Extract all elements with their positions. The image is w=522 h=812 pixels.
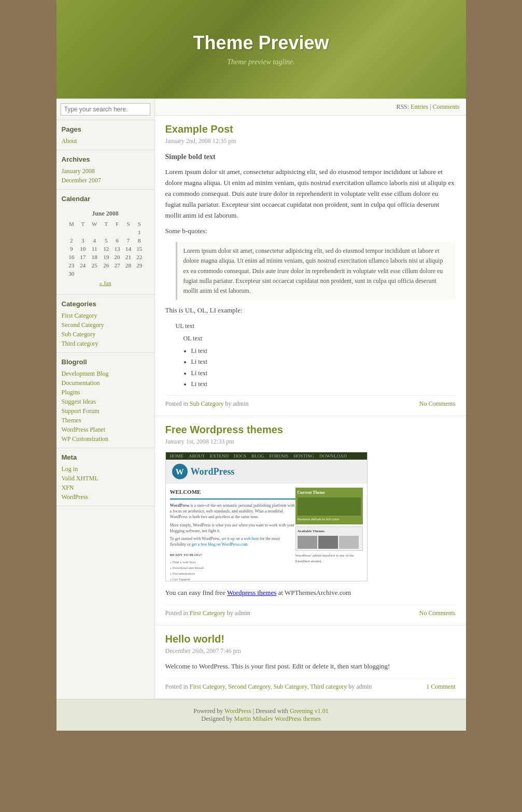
category-sub[interactable]: Sub Category [62, 331, 96, 338]
categories-section: Categories First Category Second Categor… [57, 295, 154, 353]
blogroll-section: Blogroll Development Blog Documentation … [57, 353, 154, 448]
category-second[interactable]: Second Category [62, 321, 104, 329]
post-1-li-list: Li text Li text Li text Li text [191, 346, 456, 389]
cal-day: 15 [134, 245, 145, 253]
post-3-title: Hello world! [165, 633, 456, 645]
cal-day [111, 269, 122, 278]
cal-day [101, 269, 111, 278]
rss-bar: RSS: Entries | Comments [155, 99, 466, 116]
post-2-content: HOME ABOUT EXTEND DOCS BLOG FORUMS HOSTI… [165, 452, 456, 599]
meta-xhtml[interactable]: Valid XHTML [62, 475, 98, 482]
cal-day: 7 [123, 236, 134, 245]
post-3-title-link[interactable]: Hello world! [165, 633, 224, 645]
post-3-posted-in: Posted in First Category, Second Categor… [165, 683, 372, 691]
post-3-sub-cat-link[interactable]: Sub Category [274, 683, 307, 690]
blogroll-plugins[interactable]: Plugins [62, 389, 80, 396]
post-2-comments-link[interactable]: No Comments [419, 609, 456, 617]
cal-day: 9 [66, 245, 78, 253]
list-item: WP Customization [62, 434, 149, 444]
pages-about-link[interactable]: About [62, 137, 77, 145]
post-1-blockquote-label: Some b-quotes: [165, 226, 456, 237]
post-3-comments-link[interactable]: 1 Comment [426, 683, 455, 691]
post-1-category-link[interactable]: Sub Category [190, 400, 224, 407]
calendar-heading: Calendar [62, 195, 149, 203]
blogroll-wp-planet[interactable]: WordPress Planet [62, 426, 106, 433]
blogroll-heading: Blogroll [62, 358, 149, 366]
footer-theme-link[interactable]: Greening v1.01 [290, 707, 329, 715]
rss-comments-link[interactable]: Comments [432, 103, 459, 110]
cal-day [66, 228, 78, 236]
wp-logo-area: W WordPress [166, 460, 367, 483]
wordpress-screenshot: HOME ABOUT EXTEND DOCS BLOG FORUMS HOSTI… [165, 452, 368, 581]
rss-entries-link[interactable]: Entries [411, 103, 428, 110]
post-1-title: Example Post [165, 123, 456, 135]
cal-day [88, 228, 101, 236]
cal-day: 8 [134, 236, 145, 245]
list-item: Li text [191, 346, 456, 356]
post-1-ol: OL text Li text Li text Li text Li text [184, 334, 456, 389]
meta-wordpress[interactable]: WordPress [62, 493, 89, 501]
post-1-date: January 2nd, 2008 12:35 pm [165, 137, 456, 145]
post-2-meta: Posted in First Category by admin No Com… [165, 605, 456, 617]
rss-separator: | [430, 103, 431, 110]
cal-day: 14 [123, 245, 134, 253]
category-third[interactable]: Third category [62, 340, 98, 347]
blogroll-wp-custom[interactable]: WP Customization [62, 435, 109, 443]
post-2-title: Free Wordpress themes [165, 424, 456, 436]
cal-day [123, 228, 134, 236]
blogroll-support[interactable]: Support Forum [62, 407, 100, 415]
categories-list: First Category Second Category Sub Categ… [62, 311, 149, 348]
blogroll-dev-blog[interactable]: Development Blog [62, 370, 109, 377]
blogroll-suggest[interactable]: Suggest Ideas [62, 398, 96, 405]
post-3-third-cat-link[interactable]: Third category [310, 683, 347, 690]
post-2-category-link[interactable]: First Category [190, 609, 225, 617]
cal-day: 20 [111, 253, 122, 261]
cal-day: 1 [134, 228, 145, 236]
footer-line-1: Powered by WordPress | Dressed with Gree… [64, 707, 458, 715]
footer-designer-link[interactable]: Martin Mihalev WordPress themes [234, 715, 321, 722]
cal-day: 2 [66, 236, 78, 245]
list-item: Valid XHTML [62, 474, 149, 483]
list-item: WordPress [62, 492, 149, 502]
list-item: Second Category [62, 320, 149, 330]
blogroll-themes[interactable]: Themes [62, 417, 81, 424]
calendar-widget: June 2008 M T W T F S S [62, 206, 149, 290]
wp-logo-icon: W [172, 464, 188, 479]
cal-day: 17 [77, 253, 88, 261]
list-item: Development Blog [62, 369, 149, 378]
footer-wp-link[interactable]: WordPress [224, 707, 251, 715]
archive-jan-2008[interactable]: January 2008 [62, 167, 95, 175]
meta-section: Meta Log in Valid XHTML XFN WordPress [57, 448, 154, 506]
blogroll-list: Development Blog Documentation Plugins S… [62, 369, 149, 444]
calendar-prev-link[interactable]: « Jan [100, 280, 111, 286]
main-layout: Pages About Archives January 2008 Decemb… [57, 98, 466, 699]
cal-day: 5 [101, 236, 111, 245]
post-2-themes-link[interactable]: Wordpress themes [227, 589, 276, 596]
search-input[interactable] [61, 103, 150, 116]
meta-login[interactable]: Log in [62, 465, 78, 473]
footer-line-2: Designed by Martin Mihalev WordPress the… [64, 715, 458, 723]
archive-dec-2007[interactable]: December 2007 [62, 177, 101, 184]
site-title: Theme Preview [193, 32, 329, 54]
post-1-title-link[interactable]: Example Post [165, 123, 233, 135]
meta-list: Log in Valid XHTML XFN WordPress [62, 464, 149, 502]
site-tagline: Theme preview tagline. [227, 58, 295, 66]
cal-day: 26 [101, 261, 111, 269]
blogroll-docs[interactable]: Documentation [62, 379, 100, 387]
cal-day: 10 [77, 245, 88, 253]
list-item: December 2007 [62, 176, 149, 185]
archives-heading: Archives [62, 155, 149, 163]
post-1-comments-link[interactable]: No Comments [419, 400, 456, 408]
cal-day: 13 [111, 245, 122, 253]
post-1-ul: UL text OL text Li text Li text Li text … [176, 321, 456, 389]
cal-day: 28 [123, 261, 134, 269]
meta-xfn[interactable]: XFN [62, 484, 74, 491]
list-item: Themes [62, 416, 149, 425]
category-first[interactable]: First Category [62, 312, 97, 319]
post-3-second-cat-link[interactable]: Second Category [228, 683, 271, 690]
wp-logo-w: W [176, 465, 184, 479]
cal-day: 22 [134, 253, 145, 261]
post-2-title-link[interactable]: Free Wordpress themes [165, 424, 284, 435]
post-3-first-cat-link[interactable]: First Category [190, 683, 225, 690]
list-item: OL text [184, 334, 456, 344]
